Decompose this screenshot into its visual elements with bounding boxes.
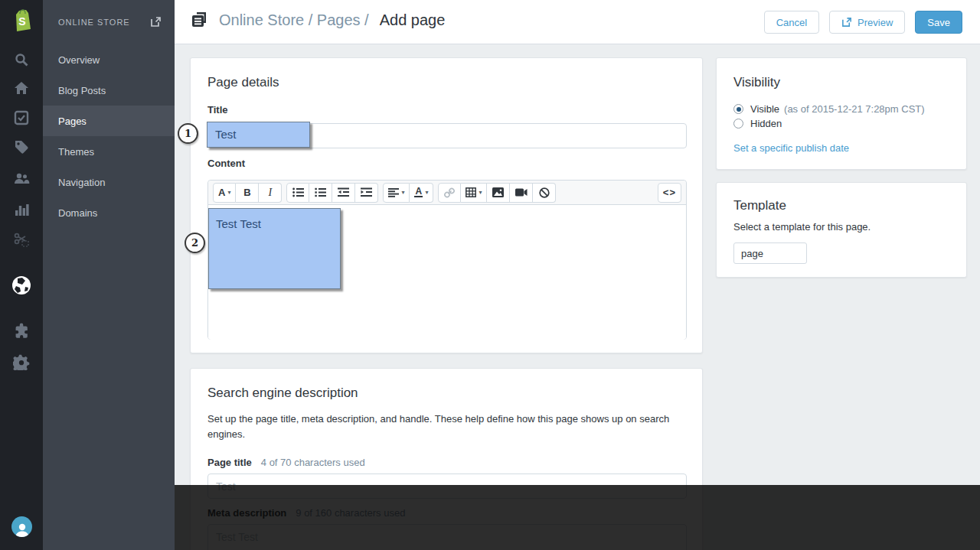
insert-video-icon[interactable]	[510, 183, 533, 203]
annotation-marker-1: 1	[178, 123, 198, 144]
preview-button[interactable]: Preview	[829, 11, 905, 34]
indent-icon[interactable]	[355, 183, 378, 203]
align-dropdown[interactable]: ▾	[383, 183, 410, 203]
sidebar-item-pages[interactable]: Pages	[43, 106, 175, 136]
annotation-marker-2: 2	[185, 233, 205, 253]
sidebar-header: ONLINE STORE	[43, 0, 175, 44]
app-icon-bar: S	[0, 0, 43, 550]
apps-icon[interactable]	[0, 317, 43, 346]
sidebar-item-themes[interactable]: Themes	[43, 136, 175, 167]
table-dropdown[interactable]: ▾	[461, 183, 487, 203]
link-icon[interactable]	[438, 183, 461, 203]
svg-text:S: S	[18, 15, 25, 28]
template-card: Template Select a template for this page…	[716, 182, 967, 278]
bold-button[interactable]: B	[236, 183, 259, 203]
annotation-highlight-title: Test	[207, 122, 310, 148]
orders-icon[interactable]	[0, 103, 43, 132]
font-style-dropdown[interactable]: A▾	[213, 183, 236, 203]
template-description: Select a template for this page.	[733, 221, 871, 233]
font-style-label: A	[218, 187, 225, 198]
page-details-card: Page details Title Content A▾ B I ▾ A▾ ▾	[190, 57, 703, 353]
content-label: Content	[207, 158, 245, 169]
seo-heading: Search engine description	[207, 386, 685, 401]
hidden-radio-label: Hidden	[750, 118, 782, 129]
seo-page-title-row: Page title 4 of 70 characters used	[207, 457, 365, 468]
online-store-icon[interactable]	[0, 271, 43, 300]
template-heading: Template	[733, 198, 949, 213]
home-icon[interactable]	[0, 73, 43, 103]
seo-page-title-label: Page title	[207, 457, 252, 468]
annotation-highlight-content: Test Test	[208, 208, 341, 289]
numbered-list-icon[interactable]	[309, 183, 332, 203]
page-title: Add page	[380, 11, 446, 29]
italic-button[interactable]: I	[259, 183, 282, 203]
visible-radio-note: (as of 2015-12-21 7:28pm CST)	[784, 103, 925, 115]
search-icon[interactable]	[0, 45, 43, 74]
preview-external-icon	[841, 17, 852, 28]
reports-icon[interactable]	[0, 195, 43, 224]
bold-label: B	[243, 187, 250, 198]
page-header: Online Store / Pages / Add page Cancel P…	[175, 0, 980, 44]
breadcrumb-links[interactable]: Online Store / Pages /	[219, 11, 369, 29]
settings-icon[interactable]	[0, 347, 43, 376]
pages-doc-icon	[190, 11, 208, 29]
visible-radio[interactable]	[733, 104, 743, 114]
editor-toolbar: A▾ B I ▾ A▾ ▾ <>	[208, 181, 686, 205]
text-color-dropdown[interactable]: A▾	[410, 183, 433, 203]
visibility-heading: Visibility	[733, 75, 949, 90]
visible-radio-row[interactable]: Visible (as of 2015-12-21 7:28pm CST)	[733, 103, 925, 115]
template-input[interactable]	[733, 242, 807, 264]
user-avatar[interactable]	[11, 516, 32, 537]
breadcrumb: Online Store / Pages / Add page	[190, 11, 445, 29]
sidebar-item-domains[interactable]: Domains	[43, 197, 175, 228]
cancel-button[interactable]: Cancel	[764, 11, 819, 34]
sidebar-item-blog-posts[interactable]: Blog Posts	[43, 75, 175, 106]
sidebar-heading: ONLINE STORE	[58, 18, 150, 27]
sidebar-item-navigation[interactable]: Navigation	[43, 167, 175, 197]
title-label: Title	[207, 104, 228, 116]
html-code-button[interactable]: <>	[658, 183, 681, 203]
seo-page-title-count: 4 of 70 characters used	[261, 457, 365, 468]
discounts-icon[interactable]	[0, 225, 43, 254]
customers-icon[interactable]	[0, 164, 43, 193]
visibility-card: Visibility Visible (as of 2015-12-21 7:2…	[716, 57, 967, 170]
chevron-down-icon: ▾	[401, 189, 404, 196]
preview-button-label: Preview	[858, 17, 893, 28]
page-details-heading: Page details	[207, 75, 685, 90]
seo-description: Set up the page title, meta description,…	[207, 412, 682, 442]
clear-formatting-icon[interactable]	[533, 183, 556, 203]
online-store-sidebar: ONLINE STORE Overview Blog Posts Pages T…	[43, 0, 175, 550]
insert-image-icon[interactable]	[487, 183, 510, 203]
bullet-list-icon[interactable]	[286, 183, 309, 203]
dim-overlay	[175, 485, 980, 550]
hidden-radio-row[interactable]: Hidden	[733, 118, 782, 129]
publish-date-link[interactable]: Set a specific publish date	[733, 142, 849, 154]
visible-radio-label: Visible	[750, 103, 779, 115]
hidden-radio[interactable]	[733, 119, 743, 129]
header-actions: Cancel Preview Save	[764, 11, 962, 34]
chevron-down-icon: ▾	[227, 189, 230, 196]
external-link-icon[interactable]	[150, 16, 162, 28]
save-button[interactable]: Save	[915, 11, 962, 34]
chevron-down-icon: ▾	[479, 189, 482, 196]
sidebar-item-overview[interactable]: Overview	[43, 44, 175, 75]
products-icon[interactable]	[0, 132, 43, 161]
chevron-down-icon: ▾	[425, 189, 428, 196]
italic-label: I	[269, 187, 273, 199]
shopify-logo[interactable]: S	[0, 0, 43, 43]
outdent-icon[interactable]	[332, 183, 355, 203]
text-color-glyph: A	[414, 187, 423, 198]
